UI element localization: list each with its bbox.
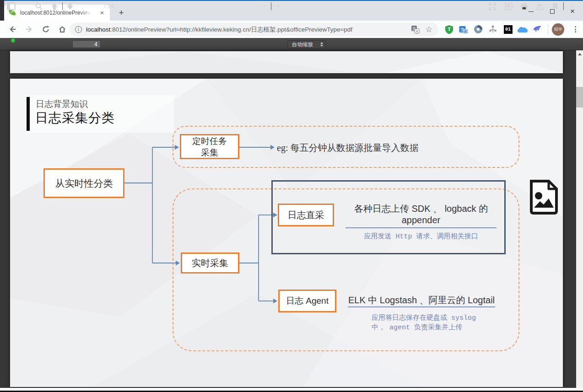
sidebar-icon [7, 2, 16, 10]
agent-desc: ELK 中 Logstash 、阿里云的 Logtail [347, 294, 496, 306]
bookmark-button[interactable] [549, 0, 561, 12]
extension-shield-button[interactable]: T [443, 23, 455, 35]
agent-note: 应用将日志保存在硬盘或 syslog 中， agent 负责采集并上传 [372, 313, 509, 333]
forward-button[interactable] [22, 22, 36, 36]
node-log-agent: 日志 Agent [278, 290, 336, 312]
url-text[interactable]: localhost:8012/onlinePreview?url=http://… [86, 26, 406, 34]
broken-image-icon [529, 179, 559, 215]
address-bar[interactable]: i localhost:8012/onlinePreview?url=http:… [70, 23, 438, 36]
scroll-up-icon [578, 53, 582, 55]
bird-icon [533, 25, 542, 33]
svg-text:T: T [448, 27, 451, 32]
direct-collect-desc: 各种日志上传 SDK 、 logback 的 appender [345, 203, 497, 226]
pdf-viewer[interactable]: 日志背景知识 日志采集分类 [0, 50, 583, 392]
svg-text:A: A [416, 29, 418, 33]
zoom-level-select[interactable]: 自动缩放 [287, 40, 326, 48]
back-button[interactable] [5, 22, 19, 36]
download-icon [536, 3, 543, 10]
bookmark-star-button[interactable]: ☆ [424, 25, 434, 35]
slide-eyebrow: 日志背景知识 [36, 98, 88, 110]
window-edge [0, 0, 4, 21]
fullscreen-icon [489, 3, 496, 10]
scrollbar-up-button[interactable] [576, 50, 583, 58]
presentation-mode-button[interactable] [486, 0, 498, 12]
badge-01-icon: 01 [504, 25, 513, 34]
shield-icon: T [445, 25, 453, 34]
kebab-icon [575, 26, 576, 27]
zoom-in-button[interactable]: + [273, 0, 284, 12]
status-dot-icon [11, 38, 15, 43]
svg-text:A: A [464, 29, 467, 34]
more-tools-button[interactable]: » [567, 0, 578, 12]
slide-background [10, 51, 563, 73]
translate-icon: 文A [411, 25, 420, 34]
cloud-icon [518, 26, 528, 32]
page-info-icon[interactable]: i [75, 26, 82, 33]
reload-icon [42, 25, 50, 33]
new-tab-button[interactable]: + [115, 7, 127, 19]
home-icon [58, 25, 66, 33]
toolbar-divider [271, 2, 271, 10]
toolbar-divider [548, 25, 548, 34]
profile-avatar[interactable]: 精华 [552, 23, 564, 36]
forward-arrow-icon [25, 25, 33, 33]
page-down-button[interactable] [64, 0, 76, 12]
arrow-up-icon [51, 3, 58, 10]
open-file-button[interactable] [502, 0, 514, 12]
print-button[interactable] [518, 0, 530, 12]
node-realtime-collect: 实时采集 [181, 252, 239, 274]
pdf-page-3 [10, 51, 563, 73]
direct-collect-note: 应用发送 Http 请求、调用相关接口 [345, 232, 497, 241]
extension-01-button[interactable]: 01 [502, 23, 514, 35]
back-arrow-icon [8, 25, 16, 33]
extension-bird-button[interactable] [531, 23, 543, 35]
find-button[interactable] [33, 0, 45, 12]
extension-swirl-button[interactable] [472, 23, 484, 35]
printer-icon [520, 3, 528, 10]
extension-translate-button[interactable]: 文A [458, 23, 470, 35]
direct-desc-underline [345, 227, 497, 228]
scrollbar-thumb[interactable] [576, 87, 583, 107]
arrow-down-icon [66, 3, 74, 10]
search-icon [35, 3, 43, 10]
node-direct-collect: 日志直采 [278, 204, 334, 226]
tree-icon [489, 25, 497, 34]
page-number-input[interactable] [72, 40, 101, 48]
spinner-arrows-icon [320, 42, 323, 47]
open-file-icon [505, 3, 513, 10]
node-realtime-classification: 从实时性分类 [43, 168, 124, 198]
translate-page-action[interactable]: 文A [410, 25, 420, 35]
agent-desc-underline [348, 306, 495, 307]
zoom-level-value: 自动缩放 [292, 41, 313, 48]
pdf-page-4: 日志背景知识 日志采集分类 [10, 79, 563, 387]
url-path: :8012/onlinePreview?url=http://kkfilevie… [110, 26, 352, 33]
extension-tree-button[interactable] [487, 23, 499, 35]
download-button[interactable] [534, 0, 545, 12]
bookmark-icon [552, 3, 558, 10]
url-host: localhost [86, 26, 110, 33]
extension-cloud-button[interactable] [517, 23, 529, 35]
zoom-out-button[interactable]: − [259, 0, 270, 12]
swirl-circle-icon [474, 25, 483, 34]
toolbar-divider [62, 2, 63, 10]
slide-title: 日志采集分类 [35, 109, 115, 127]
title-accent-bar [27, 97, 30, 131]
reload-button[interactable] [39, 22, 53, 36]
node-scheduled-collect: 定时任务采集 [180, 134, 239, 159]
page-count-label: / 24 [104, 0, 114, 12]
translate-blue-icon: 文A [459, 25, 468, 34]
browser-menu-button[interactable] [570, 24, 581, 35]
toggle-sidebar-button[interactable] [5, 0, 17, 12]
browser-window: localhost:8012/onlinePreview? × + × i lo… [0, 0, 583, 392]
scheduled-example-text: eg: 每五分钟从数据源批量导入数据 [277, 142, 418, 154]
toolbar-divider [563, 2, 564, 10]
home-button[interactable] [55, 22, 69, 36]
page-up-button[interactable] [49, 0, 60, 12]
